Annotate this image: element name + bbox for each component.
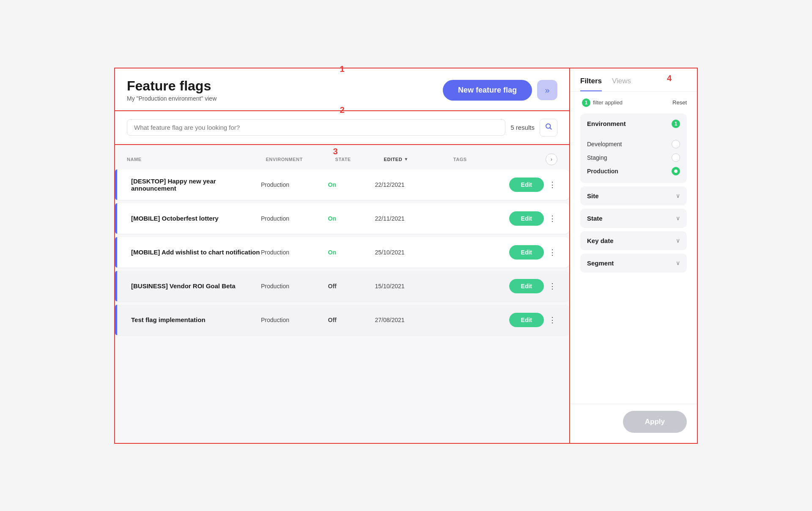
- row-left-bar: [115, 271, 117, 301]
- more-options-button[interactable]: ⋮: [547, 214, 557, 223]
- flag-actions: Edit ⋮: [509, 178, 557, 192]
- flag-edited-date: 22/11/2021: [375, 215, 442, 222]
- step-label-1: 1: [340, 64, 344, 74]
- flag-actions: Edit ⋮: [509, 313, 557, 327]
- flag-state: On: [328, 181, 375, 188]
- step-label-4: 4: [667, 74, 672, 83]
- filter-group-state: State ∨: [580, 209, 687, 228]
- environment-count-badge: 1: [672, 120, 680, 128]
- search-button[interactable]: [540, 119, 557, 137]
- collapse-sidebar-button[interactable]: »: [537, 80, 557, 100]
- production-label: Production: [587, 168, 618, 175]
- key-date-chevron-icon: ∨: [676, 237, 680, 244]
- sort-arrow-icon: ▼: [404, 157, 408, 161]
- row-left-bar: [115, 237, 117, 268]
- site-filter-right: ∨: [676, 192, 680, 199]
- environment-filter-body: Development Staging Production: [580, 134, 687, 183]
- flag-actions: Edit ⋮: [509, 279, 557, 293]
- key-date-filter-right: ∨: [676, 237, 680, 244]
- filter-option-production[interactable]: Production: [587, 164, 680, 178]
- flag-state: Off: [328, 317, 375, 323]
- state-filter-header[interactable]: State ∨: [580, 209, 687, 228]
- filter-group-key-date: Key date ∨: [580, 231, 687, 250]
- edit-button[interactable]: Edit: [509, 279, 544, 293]
- filter-option-development[interactable]: Development: [587, 137, 680, 151]
- key-date-filter-header[interactable]: Key date ∨: [580, 231, 687, 250]
- edit-button[interactable]: Edit: [509, 313, 544, 327]
- row-left-bar: [115, 305, 117, 335]
- segment-filter-right: ∨: [676, 260, 680, 266]
- production-radio[interactable]: [672, 167, 680, 175]
- more-options-button[interactable]: ⋮: [547, 180, 557, 189]
- filter-applied-row: 1 filter applied Reset: [580, 98, 687, 107]
- flag-actions: Edit ⋮: [509, 245, 557, 260]
- filter-group-environment: Environment 1 Development Staging: [580, 114, 687, 183]
- filter-group-segment: Segment ∨: [580, 254, 687, 273]
- flag-edited-date: 27/08/2021: [375, 317, 442, 323]
- table-row: [BUSINESS] Vendor ROI Goal Beta Producti…: [115, 271, 569, 301]
- col-header-edited[interactable]: EDITED ▼: [384, 157, 453, 162]
- new-feature-flag-button[interactable]: New feature flag: [443, 80, 532, 101]
- sidebar-tabs: Filters Views: [570, 68, 697, 92]
- more-options-button[interactable]: ⋮: [547, 281, 557, 291]
- filter-group-site: Site ∨: [580, 186, 687, 205]
- development-radio[interactable]: [672, 140, 680, 148]
- col-header-name: NAME: [127, 157, 266, 162]
- staging-radio[interactable]: [672, 153, 680, 162]
- segment-filter-header[interactable]: Segment ∨: [580, 254, 687, 273]
- segment-filter-label: Segment: [587, 260, 614, 267]
- environment-filter-header[interactable]: Environment 1: [580, 114, 687, 134]
- page-title: Feature flags: [127, 79, 217, 93]
- environment-filter-right: 1: [672, 120, 680, 128]
- row-left-bar: [115, 203, 117, 234]
- search-results-count: 5 results: [510, 124, 535, 131]
- edit-button[interactable]: Edit: [509, 178, 544, 192]
- reset-filters-button[interactable]: Reset: [672, 99, 687, 106]
- more-options-button[interactable]: ⋮: [547, 315, 557, 325]
- site-filter-label: Site: [587, 192, 599, 199]
- table-row: [MOBILE] Add wishlist to chart notificat…: [115, 237, 569, 268]
- flag-edited-date: 22/12/2021: [375, 181, 442, 188]
- expand-all-button[interactable]: ›: [546, 153, 557, 165]
- table-header: NAME ENVIRONMENT STATE EDITED ▼ TAGS ›: [115, 149, 569, 169]
- staging-label: Staging: [587, 154, 607, 161]
- col-header-state: STATE: [335, 157, 384, 162]
- table-row: Test flag implementation Production Off …: [115, 305, 569, 335]
- table-row: [DESKTOP] Happy new year announcement Pr…: [115, 169, 569, 200]
- site-chevron-icon: ∨: [676, 192, 680, 199]
- edit-button[interactable]: Edit: [509, 245, 544, 260]
- flag-environment: Production: [261, 317, 328, 323]
- flag-environment: Production: [261, 181, 328, 188]
- flag-edited-date: 15/10/2021: [375, 283, 442, 290]
- flag-name: [DESKTOP] Happy new year announcement: [127, 178, 261, 192]
- state-chevron-icon: ∨: [676, 215, 680, 221]
- col-header-environment: ENVIRONMENT: [266, 157, 335, 162]
- flag-state: Off: [328, 283, 375, 290]
- segment-chevron-icon: ∨: [676, 260, 680, 266]
- flag-state: On: [328, 215, 375, 222]
- search-input[interactable]: [127, 119, 505, 136]
- edit-button[interactable]: Edit: [509, 211, 544, 226]
- tab-filters[interactable]: Filters: [580, 77, 602, 91]
- step-label-3: 3: [333, 147, 338, 156]
- flag-name: Test flag implementation: [127, 316, 261, 323]
- flag-environment: Production: [261, 215, 328, 222]
- apply-button[interactable]: Apply: [623, 411, 687, 433]
- more-options-button[interactable]: ⋮: [547, 248, 557, 257]
- table-row: [MOBILE] Octoberfest lottery Production …: [115, 203, 569, 234]
- key-date-filter-label: Key date: [587, 237, 614, 244]
- flag-name: [MOBILE] Add wishlist to chart notificat…: [127, 249, 261, 256]
- flag-edited-date: 25/10/2021: [375, 249, 442, 256]
- flag-environment: Production: [261, 283, 328, 290]
- development-label: Development: [587, 141, 622, 148]
- page-subtitle: My "Production environment" view: [127, 95, 217, 102]
- state-filter-label: State: [587, 215, 603, 222]
- filter-option-staging[interactable]: Staging: [587, 151, 680, 164]
- site-filter-header[interactable]: Site ∨: [580, 186, 687, 205]
- state-filter-right: ∨: [676, 215, 680, 221]
- tab-views[interactable]: Views: [612, 77, 631, 91]
- flag-name: [MOBILE] Octoberfest lottery: [127, 215, 261, 222]
- flag-name: [BUSINESS] Vendor ROI Goal Beta: [127, 282, 261, 290]
- svg-line-1: [550, 128, 551, 129]
- table-rows: [DESKTOP] Happy new year announcement Pr…: [115, 169, 569, 335]
